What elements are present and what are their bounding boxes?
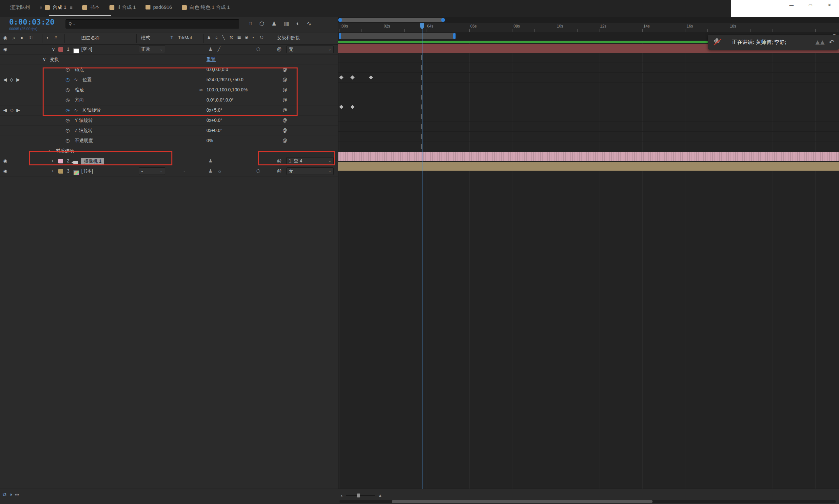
trkmat-column[interactable]: TrkMat — [178, 35, 192, 40]
timeline-tab-书本[interactable]: 书本 — [82, 4, 100, 11]
playhead-handle[interactable] — [420, 23, 424, 30]
work-area-bar[interactable] — [339, 33, 456, 39]
next-keyframe-icon[interactable]: ▶ — [16, 77, 20, 82]
timeline-tab-psd6916[interactable]: psd6916 — [145, 4, 172, 10]
reset-link[interactable]: 重置 — [207, 57, 216, 62]
layer-row[interactable]: ◉›3[书本]-⌄-♟☼−−⬡@无⌄ — [0, 166, 338, 177]
layer-switch-icon[interactable]: − — [227, 168, 229, 174]
group-row[interactable]: ∨变换重置 — [0, 55, 338, 65]
expand-open-icon[interactable]: ∨ — [42, 57, 46, 62]
frame-blend-column-icon[interactable]: ▦ — [237, 35, 241, 40]
eye-icon[interactable]: ◉ — [3, 158, 7, 163]
property-value[interactable]: 0x+0.0° — [207, 128, 222, 133]
timeline-navigator[interactable] — [338, 17, 732, 23]
parent-select[interactable]: 无⌄ — [286, 167, 334, 175]
pickwhip-icon[interactable]: @ — [282, 118, 287, 123]
current-time-display[interactable]: 0:00:03:20 — [9, 18, 54, 26]
layer-switch-icon[interactable]: − — [236, 168, 239, 174]
eye-icon[interactable]: ◉ — [3, 168, 7, 174]
t-column[interactable]: T — [171, 35, 173, 40]
frame-blend-icon[interactable]: ▥ — [284, 20, 289, 27]
layer-switch-icon[interactable]: ♟ — [208, 168, 213, 174]
layer-switch-icon[interactable]: ♟ — [208, 158, 213, 163]
property-row[interactable]: ◷不透明度0%@ — [0, 136, 338, 146]
property-label[interactable]: Y 轴旋转 — [75, 118, 93, 124]
layer-name[interactable]: [空 4] — [81, 47, 92, 52]
adjustment-column-icon[interactable]: ◐ — [252, 35, 255, 40]
audio-column-icon[interactable]: ♫ — [12, 35, 15, 40]
threed-column-icon[interactable]: ⬡ — [260, 35, 263, 40]
label-column-icon[interactable]: ⬩ — [47, 35, 48, 41]
blend-mode-select[interactable]: 正常⌄ — [139, 46, 165, 53]
pickwhip-icon[interactable]: @ — [282, 138, 287, 143]
timeline-tab-正合成 1[interactable]: 正合成 1 — [109, 4, 136, 11]
number-column-icon[interactable]: # — [54, 35, 57, 40]
expand-closed-icon[interactable]: › — [52, 168, 53, 174]
navigator-start-handle[interactable] — [338, 18, 342, 22]
keyframe-diamond[interactable] — [350, 75, 355, 79]
motion-blur-icon[interactable]: ◐ — [296, 20, 300, 27]
mini-flowchart-icon[interactable]: ⌗ — [249, 20, 252, 27]
work-area-start-handle[interactable] — [339, 33, 341, 39]
playhead-line[interactable] — [422, 26, 422, 189]
layer-row[interactable]: ◉∨1[空 4]正常⌄♟╱⬡@无⌄ — [0, 44, 338, 55]
stopwatch-icon[interactable]: ◷ — [66, 118, 69, 123]
layer-switch-icon[interactable]: ♟ — [208, 47, 213, 52]
property-label[interactable]: Z 轴旋转 — [75, 128, 92, 133]
blend-mode-select[interactable]: -⌄ — [139, 167, 165, 175]
draft-3d-icon[interactable]: ⬡ — [260, 20, 264, 27]
prev-keyframe-icon[interactable]: ◀ — [3, 107, 7, 113]
property-row[interactable]: ◷Y 轴旋转0x+0.0°@ — [0, 115, 338, 126]
add-keyframe-icon[interactable]: ◇ — [10, 77, 14, 82]
stopwatch-icon[interactable]: ◷ — [66, 128, 69, 133]
stopwatch-icon[interactable]: ◷ — [66, 138, 69, 143]
solo-column-icon[interactable]: ● — [20, 35, 23, 40]
shy-column-icon[interactable]: ♟ — [207, 35, 211, 40]
navigator-thumb[interactable] — [339, 18, 444, 22]
layer-duration-bar[interactable] — [338, 162, 732, 171]
panel-menu-icon[interactable]: ≡ — [70, 5, 72, 10]
minimize-button[interactable]: — — [782, 0, 801, 10]
hide-shy-layers-icon[interactable]: ♟ — [272, 20, 276, 27]
parent-column[interactable]: 父级和链接 — [277, 35, 300, 41]
expand-open-icon[interactable]: ∨ — [52, 47, 55, 52]
timeline-tab-白色 纯色 1 合成 1[interactable]: 白色 纯色 1 合成 1 — [182, 4, 230, 11]
quality-column-icon[interactable]: ╲ — [222, 35, 225, 40]
pickwhip-icon[interactable]: @ — [282, 128, 287, 133]
timeline-search-input[interactable]: ⚲ ⌄ — [66, 19, 239, 29]
pickwhip-icon[interactable]: @ — [277, 47, 281, 52]
collapse-column-icon[interactable]: ☼ — [215, 35, 218, 40]
motion-blur-column-icon[interactable]: ◉ — [245, 35, 248, 40]
parent-select[interactable]: 无⌄ — [286, 46, 334, 53]
close-button[interactable]: ✕ — [820, 0, 839, 10]
layer-color-label[interactable] — [58, 169, 63, 174]
trkmat-value[interactable]: - — [183, 168, 185, 174]
eye-icon[interactable]: ◉ — [3, 47, 7, 52]
property-label[interactable]: 不透明度 — [75, 138, 93, 144]
keyframe-diamond[interactable] — [369, 75, 373, 79]
property-row[interactable]: ◷Z 轴旋转0x+0.0°@ — [0, 126, 338, 136]
layer-duration-bar[interactable]: ✎ — [338, 44, 732, 53]
microphone-muted-icon[interactable] — [713, 38, 722, 47]
layer-switch-icon[interactable]: ☼ — [217, 168, 222, 174]
threed-switch-icon[interactable]: ⬡ — [256, 47, 260, 52]
timeline-tab-渲染队列[interactable]: 渲染队列 — [10, 4, 30, 11]
maximize-button[interactable]: ▭ — [801, 0, 820, 10]
add-keyframe-icon[interactable]: ◇ — [10, 107, 14, 113]
effects-column-icon[interactable]: fx — [230, 35, 233, 40]
prev-keyframe-icon[interactable]: ◀ — [3, 77, 7, 82]
graph-editor-icon[interactable]: ∿ — [307, 20, 311, 27]
keyframe-diamond[interactable] — [339, 105, 344, 109]
layer-name[interactable]: [书本] — [81, 168, 93, 174]
keyframe-diamond[interactable] — [350, 105, 355, 109]
close-icon[interactable]: × — [40, 5, 42, 10]
mode-column[interactable]: 模式 — [141, 35, 150, 41]
threed-switch-icon[interactable]: ⬡ — [256, 168, 260, 174]
layer-switch-icon[interactable]: ╱ — [217, 47, 220, 52]
property-value[interactable]: 0x+0.0° — [207, 118, 222, 123]
pickwhip-icon[interactable]: @ — [277, 168, 281, 174]
work-area-end-handle[interactable] — [453, 33, 456, 39]
property-value[interactable]: 0% — [207, 138, 213, 143]
layer-color-label[interactable] — [58, 47, 63, 52]
layer-name-column[interactable]: 图层名称 — [81, 35, 100, 41]
